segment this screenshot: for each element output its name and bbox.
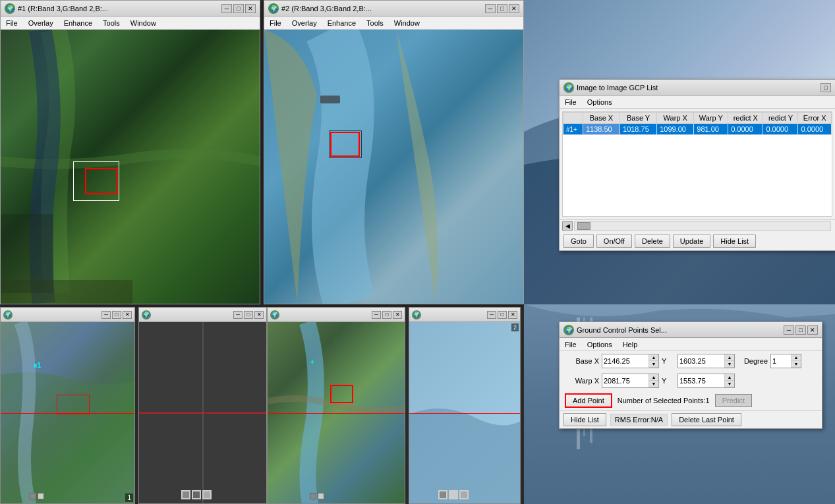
maximize-btn-1[interactable]: □ [233, 4, 244, 13]
close-btn-1[interactable]: ✕ [245, 4, 256, 13]
warp-y-spin[interactable]: 1553.75 ▲ ▼ [677, 374, 735, 388]
base-y-down[interactable]: ▼ [725, 361, 734, 368]
mini-window-bm2[interactable]: 🌍 ─ □ ✕ + [267, 307, 405, 504]
gcp-list-titlebar[interactable]: 🌍 Image to Image GCP List □ [560, 80, 835, 96]
hide-list-btn-sel[interactable]: Hide List [563, 413, 606, 426]
add-point-btn[interactable]: Add Point [565, 393, 612, 408]
menu-file-2[interactable]: File [267, 18, 284, 28]
mini-controls-bm2[interactable]: ─ □ ✕ [372, 311, 402, 319]
base-x-spin[interactable]: 2146.25 ▲ ▼ [602, 354, 659, 368]
mini-min-bm2[interactable]: ─ [372, 311, 381, 319]
mini-content-bm2[interactable]: + [268, 322, 405, 503]
menu-tools-1[interactable]: Tools [100, 18, 123, 28]
warp-y-input[interactable]: 1553.75 [678, 374, 724, 387]
mini-window-br[interactable]: 🌍 ─ □ ✕ 2 [409, 307, 521, 504]
mini-close-bl[interactable]: ✕ [123, 311, 132, 319]
mini-title-bm2[interactable]: 🌍 ─ □ ✕ [268, 308, 405, 322]
mini-max-bm2[interactable]: □ [382, 311, 391, 319]
close-btn-2[interactable]: ✕ [509, 4, 519, 13]
gcp-sel-menu-file[interactable]: File [562, 340, 579, 349]
gcp-sel-titlebar[interactable]: 🌍 Ground Control Points Sel... ─ □ ✕ [560, 322, 822, 338]
base-y-up[interactable]: ▲ [725, 354, 734, 361]
gcp-scrollbar[interactable]: ◀ [560, 219, 835, 232]
mini-close-br[interactable]: ✕ [508, 311, 517, 319]
degree-up[interactable]: ▲ [792, 354, 801, 361]
menu-window-1[interactable]: Window [128, 18, 159, 28]
delete-btn[interactable]: Delete [635, 235, 670, 248]
image-content-1[interactable] [1, 30, 260, 304]
mini-title-bl[interactable]: 🌍 ─ □ ✕ [1, 308, 134, 322]
predict-btn[interactable]: Predict [715, 394, 752, 407]
gcp-table-row-1[interactable]: #1+ 1138.50 1018.75 1099.00 981.00 0.000… [563, 124, 832, 135]
base-y-input[interactable]: 1603.25 [678, 354, 724, 368]
mini-max-br[interactable]: □ [498, 311, 507, 319]
gcp-sel-minimize[interactable]: ─ [784, 325, 794, 335]
gcp-sel-menu-help[interactable]: Help [620, 340, 641, 349]
mini-max-bm1[interactable]: □ [244, 311, 253, 319]
menu-overlay-2[interactable]: Overlay [289, 18, 320, 28]
scroll-left-btn[interactable]: ◀ [562, 221, 573, 231]
goto-btn[interactable]: Goto [563, 235, 594, 248]
base-y-spin[interactable]: 1603.25 ▲ ▼ [677, 354, 735, 368]
titlebar-1[interactable]: 🌍 #1 (R:Band 3,G:Band 2,B:... ─ □ ✕ [1, 1, 260, 16]
delete-last-point-btn[interactable]: Delete Last Point [672, 413, 741, 426]
gcp-list-menu-file[interactable]: File [562, 98, 579, 107]
warp-y-up[interactable]: ▲ [725, 374, 734, 381]
menu-file-1[interactable]: File [3, 18, 20, 28]
image-window-1[interactable]: 🌍 #1 (R:Band 3,G:Band 2,B:... ─ □ ✕ File… [0, 0, 260, 304]
hide-list-btn-gcp[interactable]: Hide List [713, 235, 756, 248]
menu-enhance-1[interactable]: Enhance [61, 18, 95, 28]
mini-min-bl[interactable]: ─ [101, 311, 111, 319]
menu-overlay-1[interactable]: Overlay [26, 18, 56, 28]
warp-x-spin[interactable]: 2081.75 ▲ ▼ [602, 374, 659, 388]
image-window-2[interactable]: 🌍 #2 (R:Band 3,G:Band 2,B:... ─ □ ✕ File… [264, 0, 524, 304]
degree-down[interactable]: ▼ [792, 361, 801, 368]
degree-input[interactable]: 1 [771, 354, 791, 368]
base-x-down[interactable]: ▼ [649, 361, 658, 368]
mini-window-bm1[interactable]: 🌍 ─ □ ✕ [138, 307, 267, 504]
maximize-btn-2[interactable]: □ [497, 4, 507, 13]
mini-min-bm1[interactable]: ─ [233, 311, 243, 319]
window-controls-1[interactable]: ─ □ ✕ [221, 4, 256, 13]
mini-window-bl[interactable]: 🌍 ─ □ ✕ e1 1 [0, 307, 135, 504]
update-btn[interactable]: Update [673, 235, 710, 248]
base-x-up[interactable]: ▲ [649, 354, 658, 361]
window-controls-2[interactable]: ─ □ ✕ [485, 4, 519, 13]
warp-x-down[interactable]: ▼ [649, 381, 658, 387]
gcp-sel-maximize[interactable]: □ [795, 325, 806, 335]
gcp-selection-window[interactable]: 🌍 Ground Control Points Sel... ─ □ ✕ Fil… [559, 322, 822, 429]
gcp-list-controls[interactable]: □ [821, 83, 831, 92]
menu-window-2[interactable]: Window [391, 18, 422, 28]
gcp-list-menu-options[interactable]: Options [585, 98, 615, 107]
scroll-thumb[interactable] [577, 222, 590, 230]
mini-close-bm1[interactable]: ✕ [254, 311, 264, 319]
mini-controls-bm1[interactable]: ─ □ ✕ [233, 311, 264, 319]
mini-content-bm1[interactable] [139, 322, 266, 503]
warp-x-input[interactable]: 2081.75 [602, 374, 648, 387]
mini-title-br[interactable]: 🌍 ─ □ ✕ [409, 308, 520, 322]
titlebar-2[interactable]: 🌍 #2 (R:Band 3,G:Band 2,B:... ─ □ ✕ [264, 1, 523, 16]
gcp-list-window[interactable]: 🌍 Image to Image GCP List □ File Options… [559, 79, 835, 251]
mini-close-bm2[interactable]: ✕ [393, 311, 402, 319]
scroll-track[interactable] [574, 221, 831, 231]
warp-x-up[interactable]: ▲ [649, 374, 658, 381]
gcp-sel-menu-options[interactable]: Options [585, 340, 615, 349]
mini-title-bm1[interactable]: 🌍 ─ □ ✕ [139, 308, 266, 322]
onoff-btn[interactable]: On/Off [596, 235, 632, 248]
mini-max-bl[interactable]: □ [112, 311, 121, 319]
degree-spin[interactable]: 1 ▲ ▼ [770, 354, 801, 368]
mini-min-br[interactable]: ─ [487, 311, 496, 319]
gcp-sel-close[interactable]: ✕ [807, 325, 818, 335]
mini-content-br[interactable]: 2 [409, 322, 520, 503]
minimize-btn-1[interactable]: ─ [221, 4, 232, 13]
mini-controls-bl[interactable]: ─ □ ✕ [101, 311, 132, 319]
minimize-btn-2[interactable]: ─ [485, 4, 496, 13]
base-x-input[interactable]: 2146.25 [602, 354, 648, 368]
mini-controls-br[interactable]: ─ □ ✕ [487, 311, 517, 319]
menu-enhance-2[interactable]: Enhance [325, 18, 359, 28]
gcp-list-maximize[interactable]: □ [821, 83, 831, 92]
mini-content-bl[interactable]: e1 1 [1, 322, 134, 503]
image-content-2[interactable] [264, 30, 523, 304]
menu-tools-2[interactable]: Tools [364, 18, 386, 28]
warp-y-down[interactable]: ▼ [725, 381, 734, 387]
